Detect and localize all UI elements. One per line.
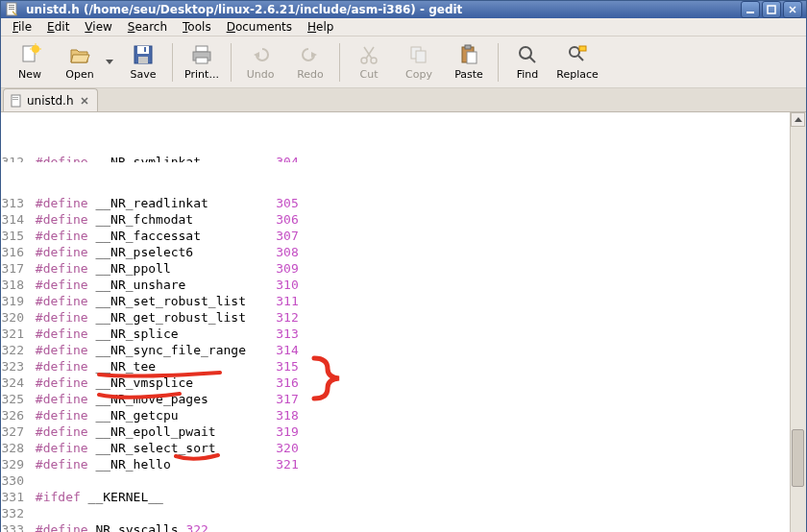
line-number: 325: [1, 391, 28, 407]
cut-button[interactable]: Cut: [346, 38, 392, 86]
svg-rect-30: [465, 45, 471, 49]
menubar: File Edit View Search Tools Documents He…: [1, 18, 806, 36]
find-icon: [516, 43, 539, 66]
minimize-button[interactable]: [741, 1, 760, 18]
open-button[interactable]: Open: [57, 38, 103, 86]
svg-rect-5: [768, 6, 775, 13]
code-line: #define __NR_fchmodat 306: [28, 211, 790, 228]
line-number: 326: [1, 407, 28, 423]
file-icon: [10, 94, 23, 108]
svg-rect-15: [137, 46, 149, 54]
paste-label: Paste: [454, 68, 483, 81]
line-number: 316: [1, 244, 28, 260]
svg-rect-1: [9, 5, 14, 6]
separator: [498, 43, 499, 82]
open-icon: [68, 43, 91, 66]
code-line: #define __NR_set_robust_list 311: [28, 293, 790, 309]
code-line: #define NR_syscalls 322: [28, 521, 790, 532]
separator: [231, 43, 232, 82]
line-number: 317: [1, 260, 28, 277]
line-number: 331: [1, 489, 28, 505]
line-number: 322: [1, 342, 28, 358]
code-line: #define __NR_sync_file_range 314: [28, 342, 790, 358]
svg-rect-39: [12, 99, 18, 100]
save-label: Save: [130, 68, 156, 81]
svg-marker-13: [106, 60, 113, 64]
code-line: #define __NR_tee 315: [28, 358, 790, 375]
svg-rect-2: [9, 7, 14, 8]
print-icon: [190, 43, 213, 66]
code-line: #define __NR_select_sort 320: [28, 440, 790, 456]
menu-search[interactable]: Search: [120, 18, 175, 36]
code-line: #define __NR_get_robust_list 312: [28, 309, 790, 326]
paste-icon: [457, 43, 480, 66]
code-line: #define __NR_splice 313: [28, 326, 790, 342]
line-number: 312: [1, 154, 28, 162]
line-number: 320: [1, 309, 28, 326]
open-dropdown[interactable]: [105, 39, 114, 85]
scroll-up-button[interactable]: [791, 112, 805, 127]
svg-rect-17: [144, 47, 146, 52]
separator: [339, 43, 340, 82]
window: unistd.h (/home/seu/Desktop/linux-2.6.21…: [0, 0, 807, 532]
svg-rect-18: [196, 46, 208, 52]
undo-button[interactable]: Undo: [237, 38, 283, 86]
line-number: 324: [1, 375, 28, 391]
copy-label: Copy: [405, 68, 432, 81]
new-button[interactable]: New: [7, 38, 53, 86]
code-line: [28, 505, 790, 521]
menu-edit[interactable]: Edit: [39, 18, 77, 36]
code-line: #define __NR_vmsplice 316: [28, 375, 790, 391]
app-icon: [5, 2, 20, 17]
new-label: New: [18, 68, 41, 81]
menu-tools[interactable]: Tools: [175, 18, 219, 36]
replace-button[interactable]: Replace: [554, 38, 600, 86]
line-number: 313: [1, 195, 28, 211]
svg-rect-38: [12, 97, 18, 98]
menu-view[interactable]: View: [77, 18, 119, 36]
svg-point-8: [32, 45, 39, 53]
code-line: #define __NR_pselect6 308: [28, 244, 790, 260]
svg-rect-28: [416, 51, 426, 62]
code-line: #ifdef __KERNEL__: [28, 489, 790, 505]
code-editor[interactable]: 312 #define __NR_symlinkat 304 313 #defi…: [1, 112, 790, 532]
find-button[interactable]: Find: [504, 38, 550, 86]
maximize-button[interactable]: [762, 1, 781, 18]
code-line: [28, 472, 790, 489]
line-number: 318: [1, 277, 28, 293]
svg-line-35: [578, 56, 583, 60]
line-number: 321: [1, 326, 28, 342]
line-number: 327: [1, 423, 28, 440]
scroll-thumb[interactable]: [792, 429, 804, 487]
svg-point-34: [570, 47, 579, 57]
close-button[interactable]: [783, 1, 802, 18]
code-line: #define __NR_move_pages 317: [28, 391, 790, 407]
redo-button[interactable]: Redo: [287, 38, 333, 86]
menu-file[interactable]: File: [5, 18, 39, 36]
redo-icon: [299, 43, 322, 66]
vertical-scrollbar[interactable]: [790, 112, 806, 532]
toolbar: New Open Save Print... Undo Redo Cut: [1, 36, 806, 88]
undo-icon: [249, 43, 272, 66]
svg-rect-31: [467, 52, 477, 63]
tab-close-button[interactable]: [78, 94, 91, 108]
editor-area: 312 #define __NR_symlinkat 304 313 #defi…: [1, 112, 806, 532]
paste-button[interactable]: Paste: [446, 38, 492, 86]
line-number: 329: [1, 456, 28, 472]
find-label: Find: [517, 68, 539, 81]
code-line: #define __NR_hello 321: [28, 456, 790, 472]
menu-help[interactable]: Help: [300, 18, 341, 36]
open-label: Open: [65, 68, 93, 81]
undo-label: Undo: [247, 68, 275, 81]
titlebar: unistd.h (/home/seu/Desktop/linux-2.6.21…: [1, 1, 806, 18]
copy-icon: [407, 43, 430, 66]
save-button[interactable]: Save: [120, 38, 166, 86]
save-icon: [132, 43, 155, 66]
tab-unistd[interactable]: unistd.h: [3, 88, 98, 111]
copy-button[interactable]: Copy: [396, 38, 442, 86]
window-title: unistd.h (/home/seu/Desktop/linux-2.6.21…: [26, 3, 739, 16]
cut-icon: [357, 43, 380, 66]
menu-documents[interactable]: Documents: [219, 18, 300, 36]
print-button[interactable]: Print...: [179, 38, 225, 86]
code-line: #define __NR_faccessat 307: [28, 228, 790, 244]
